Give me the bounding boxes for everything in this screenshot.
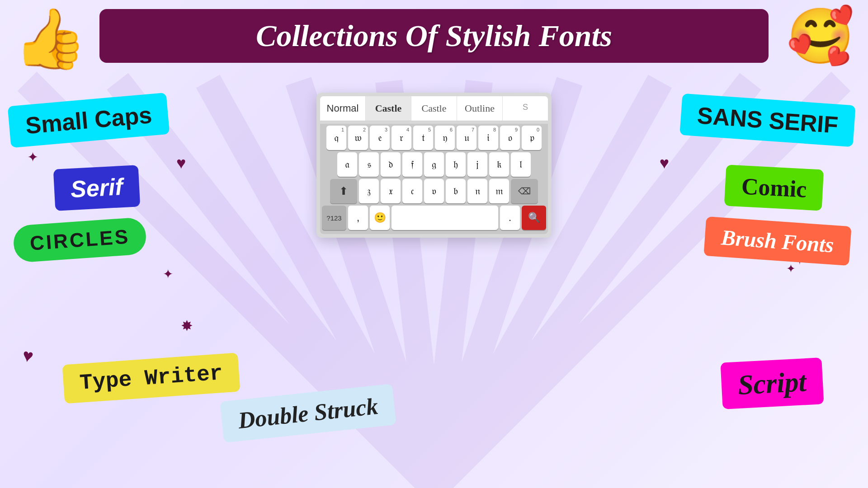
blob-deco-2: ✸ bbox=[181, 317, 193, 334]
key-period[interactable]: . bbox=[500, 206, 520, 230]
sparkle-deco-4: ✦ bbox=[786, 262, 796, 275]
key-rows: 1𝔮 2𝔴 3𝔢 4𝔯 5𝔱 6𝔶 7𝔲 8𝔦 9𝔬 0𝔭 𝔞 𝔰 𝔡 𝔣 𝔤 … bbox=[320, 124, 548, 234]
serif-badge[interactable]: Serif bbox=[53, 165, 140, 211]
key-row-1: 1𝔮 2𝔴 3𝔢 4𝔯 5𝔱 6𝔶 7𝔲 8𝔦 9𝔬 0𝔭 bbox=[322, 126, 546, 150]
keyboard-container: Normal Castle Castle Outline S 1𝔮 2𝔴 3𝔢 … bbox=[316, 93, 552, 238]
font-tabs: Normal Castle Castle Outline S bbox=[320, 96, 548, 121]
tab-outline[interactable]: Outline bbox=[457, 96, 503, 121]
header-banner: Collections Of Stylish Fonts bbox=[99, 9, 769, 63]
heart-deco-1: ♥ bbox=[176, 154, 186, 173]
key-k[interactable]: 𝔨 bbox=[489, 152, 509, 177]
key-shift[interactable]: ⬆ bbox=[330, 179, 357, 203]
comic-badge[interactable]: Comic bbox=[724, 164, 824, 211]
key-h[interactable]: 𝔥 bbox=[446, 152, 466, 177]
key-b[interactable]: 𝔟 bbox=[446, 179, 466, 203]
script-badge[interactable]: Script bbox=[721, 357, 824, 409]
key-z[interactable]: 𝔷 bbox=[359, 179, 379, 203]
key-l[interactable]: 𝔩 bbox=[511, 152, 531, 177]
key-row-2: 𝔞 𝔰 𝔡 𝔣 𝔤 𝔥 𝔧 𝔨 𝔩 bbox=[322, 152, 546, 177]
tab-castle-2[interactable]: Castle bbox=[411, 96, 457, 121]
sparkle-deco-1: ✦ bbox=[27, 149, 38, 165]
key-p[interactable]: 0𝔭 bbox=[522, 126, 542, 150]
heart-deco-3: ♥ bbox=[660, 154, 669, 173]
key-y[interactable]: 6𝔶 bbox=[435, 126, 455, 150]
key-e[interactable]: 3𝔢 bbox=[370, 126, 390, 150]
key-n[interactable]: 𝔫 bbox=[467, 179, 487, 203]
key-c[interactable]: 𝔠 bbox=[402, 179, 422, 203]
key-u[interactable]: 7𝔲 bbox=[457, 126, 476, 150]
key-numbers[interactable]: ?123 bbox=[322, 206, 346, 230]
key-d[interactable]: 𝔡 bbox=[381, 152, 401, 177]
tab-more[interactable]: S bbox=[503, 96, 548, 121]
key-search[interactable]: 🔍 bbox=[522, 206, 546, 230]
key-a[interactable]: 𝔞 bbox=[337, 152, 357, 177]
header-title: Collections Of Stylish Fonts bbox=[256, 19, 612, 53]
key-r[interactable]: 4𝔯 bbox=[392, 126, 411, 150]
key-q[interactable]: 1𝔮 bbox=[326, 126, 346, 150]
heart-eyes-emoji: 🥰 bbox=[787, 5, 854, 68]
tab-normal[interactable]: Normal bbox=[320, 96, 366, 121]
key-g[interactable]: 𝔤 bbox=[424, 152, 444, 177]
key-t[interactable]: 5𝔱 bbox=[413, 126, 433, 150]
key-w[interactable]: 2𝔴 bbox=[348, 126, 368, 150]
key-m[interactable]: 𝔪 bbox=[489, 179, 509, 203]
key-s[interactable]: 𝔰 bbox=[359, 152, 379, 177]
thumbs-up-emoji: 👍 bbox=[14, 5, 87, 73]
key-backspace[interactable]: ⌫ bbox=[511, 179, 538, 203]
key-row-4: ?123 , 🙂 . 🔍 bbox=[322, 206, 546, 230]
key-i[interactable]: 8𝔦 bbox=[478, 126, 498, 150]
key-comma[interactable]: , bbox=[348, 206, 368, 230]
key-space[interactable] bbox=[392, 206, 498, 230]
key-j[interactable]: 𝔧 bbox=[467, 152, 487, 177]
key-v[interactable]: 𝔳 bbox=[424, 179, 444, 203]
key-x[interactable]: 𝔵 bbox=[381, 179, 401, 203]
key-emoji[interactable]: 🙂 bbox=[370, 206, 390, 230]
key-row-3: ⬆ 𝔷 𝔵 𝔠 𝔳 𝔟 𝔫 𝔪 ⌫ bbox=[322, 179, 546, 203]
key-o[interactable]: 9𝔬 bbox=[500, 126, 520, 150]
tab-castle-1[interactable]: Castle bbox=[366, 96, 411, 121]
blob-deco-1: ✦ bbox=[163, 267, 173, 282]
key-f[interactable]: 𝔣 bbox=[402, 152, 422, 177]
